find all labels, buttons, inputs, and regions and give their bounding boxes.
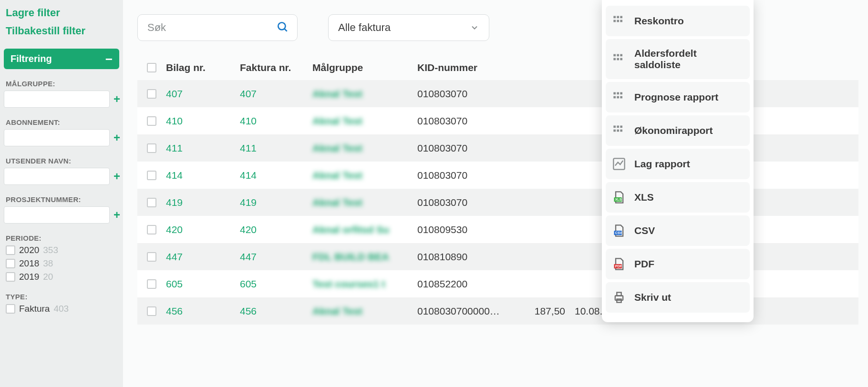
row-checkbox[interactable] [147,89,156,99]
kid-cell: 010803070 [417,197,522,208]
bilag-link[interactable]: 414 [166,170,240,181]
printer-icon [612,291,626,304]
svg-rect-13 [620,58,622,61]
svg-rect-7 [620,20,622,22]
save-filter-link[interactable]: Lagre filter [4,4,119,22]
kid-cell: 010852200 [417,278,522,290]
periode-item[interactable]: 2018 38 [6,258,119,269]
menu-csv[interactable]: CSV CSV [606,215,750,246]
svg-rect-19 [620,96,622,99]
bilag-link[interactable]: 605 [166,278,240,290]
add-filter-utsender-icon[interactable]: + [114,170,120,183]
row-checkbox[interactable] [147,198,156,207]
xls-file-icon: XLS [612,191,626,204]
menu-lag-rapport[interactable]: Lag rapport [606,149,750,179]
checkbox[interactable] [6,304,15,314]
reset-filter-link[interactable]: Tilbakestill filter [4,22,119,40]
row-checkbox[interactable] [147,252,156,262]
menu-prognose[interactable]: Prognose rapport [606,82,750,112]
menu-xls[interactable]: XLS XLS [606,182,750,213]
col-bilag[interactable]: Bilag nr. [166,62,240,73]
bilag-link[interactable]: 419 [166,197,240,208]
faktura-link[interactable]: 456 [240,306,312,317]
svg-rect-10 [620,54,622,57]
search-icon[interactable] [277,21,289,33]
faktura-link[interactable]: 411 [240,143,312,154]
add-filter-malgruppe-icon[interactable]: + [114,92,120,106]
svg-rect-15 [617,92,619,95]
svg-rect-24 [617,130,619,132]
row-checkbox[interactable] [147,143,156,153]
filter-input-abonnement[interactable] [4,129,110,146]
svg-rect-3 [617,16,619,19]
bilag-link[interactable]: 420 [166,224,240,235]
menu-aldersfordelt[interactable]: Aldersfordelt saldoliste [606,39,750,79]
kid-cell: 010803070 [417,115,522,127]
checkbox-label: 2019 [19,272,39,282]
chart-icon [612,157,626,171]
faktura-link[interactable]: 410 [240,115,312,127]
filter-sidebar: Lagre filter Tilbakestill filter Filtrer… [0,0,123,387]
bilag-link[interactable]: 411 [166,143,240,154]
kid-cell: 010809530 [417,224,522,235]
malgruppe-cell: FDL BUILD BEA [312,251,417,263]
bilag-link[interactable]: 410 [166,115,240,127]
checkbox-label: Faktura [19,304,50,314]
search-input[interactable] [137,14,298,41]
filtering-panel-header[interactable]: Filtrering − [4,49,119,69]
checkbox[interactable] [6,245,15,255]
col-kid[interactable]: KID-nummer [417,62,522,73]
checkbox[interactable] [6,272,15,282]
faktura-link[interactable]: 420 [240,224,312,235]
svg-rect-17 [613,96,616,99]
periode-item[interactable]: 2020 353 [6,245,119,255]
kid-cell: 010803070 [417,88,522,100]
menu-okonomi[interactable]: Økonomirapport [606,115,750,146]
col-faktura[interactable]: Faktura nr. [240,62,312,73]
filter-input-malgruppe[interactable] [4,91,110,108]
bilag-link[interactable]: 447 [166,251,240,263]
menu-reskontro[interactable]: Reskontro [606,6,750,36]
faktura-link[interactable]: 407 [240,88,312,100]
col-malgruppe[interactable]: Målgruppe [312,62,417,73]
faktura-link[interactable]: 447 [240,251,312,263]
bilag-link[interactable]: 407 [166,88,240,100]
svg-rect-5 [613,20,616,22]
menu-pdf[interactable]: PDF PDF [606,249,750,279]
row-checkbox[interactable] [147,171,156,180]
malgruppe-cell: Aknal Test [312,306,417,317]
type-item[interactable]: Faktura 403 [6,304,119,314]
kid-cell: 010803070 [417,143,522,154]
add-filter-prosjekt-icon[interactable]: + [114,208,120,222]
row-checkbox[interactable] [147,225,156,234]
filter-label-malgruppe: MÅLGRUPPE: [4,80,119,88]
csv-file-icon: CSV [612,224,626,237]
bilag-link[interactable]: 456 [166,306,240,317]
malgruppe-cell: Aknal Test [312,115,417,127]
malgruppe-cell: Test courses1 t [312,278,417,290]
invoice-filter-dropdown[interactable]: Alle faktura [328,14,489,41]
periode-item[interactable]: 2019 20 [6,272,119,282]
row-checkbox[interactable] [147,116,156,126]
dropdown-value: Alle faktura [338,21,391,34]
svg-text:XLS: XLS [615,198,622,201]
svg-rect-12 [617,58,619,61]
main-content: Alle faktura Bilag nr. Faktura nr. Målgr… [123,0,868,387]
chevron-down-icon [470,23,479,32]
filter-label-prosjekt: PROSJEKTNUMMER: [4,195,119,204]
checkbox[interactable] [6,259,15,268]
row-checkbox[interactable] [147,279,156,289]
faktura-link[interactable]: 419 [240,197,312,208]
kid-cell: 010810890 [417,251,522,263]
select-all-checkbox[interactable] [147,63,156,72]
malgruppe-cell: Aknal Test [312,170,417,181]
faktura-link[interactable]: 414 [240,170,312,181]
filter-input-prosjekt[interactable] [4,206,110,224]
add-filter-abonnement-icon[interactable]: + [114,131,120,144]
filter-input-utsender[interactable] [4,168,110,185]
faktura-link[interactable]: 605 [240,278,312,290]
menu-print[interactable]: Skriv ut [606,282,750,313]
collapse-icon: − [105,56,113,62]
row-checkbox[interactable] [147,306,156,316]
svg-rect-8 [613,54,616,57]
